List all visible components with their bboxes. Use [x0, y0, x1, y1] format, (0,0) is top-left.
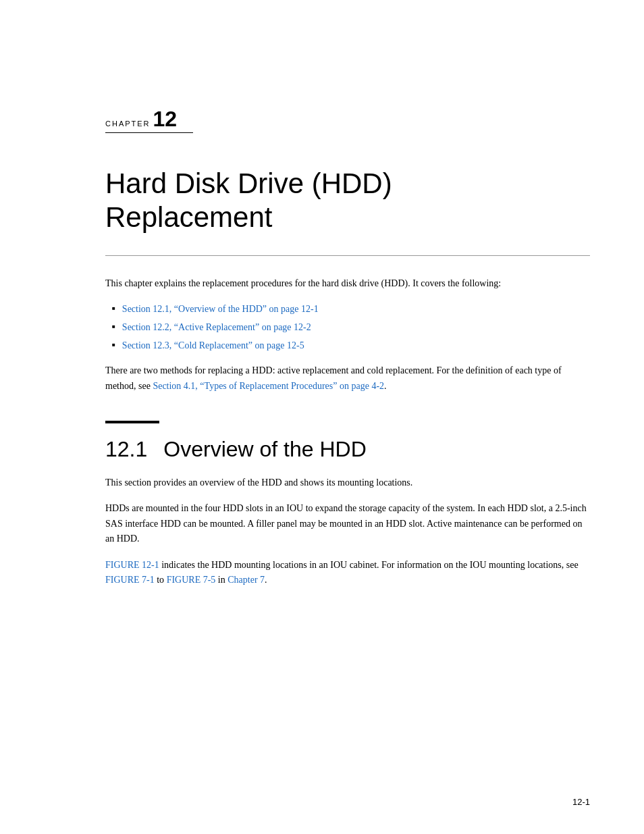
section-number: 12.1: [105, 437, 147, 462]
section-rule: [105, 421, 159, 423]
page: CHAPTER 12 Hard Disk Drive (HDD) Replace…: [0, 0, 644, 834]
section-121-para2: HDDs are mounted in the four HDD slots i…: [105, 501, 590, 546]
bullet-list: Section 12.1, “Overview of the HDD” on p…: [112, 302, 590, 353]
chapter-divider: [105, 255, 590, 256]
link-chapter-7[interactable]: Chapter 7: [227, 575, 265, 585]
link-section-122[interactable]: Section 12.2, “Active Replacement” on pa…: [122, 320, 311, 334]
list-item-3: Section 12.3, “Cold Replacement” on page…: [112, 338, 590, 353]
intro-paragraph: This chapter explains the replacement pr…: [105, 276, 590, 291]
section-121-para1: This section provides an overview of the…: [105, 475, 590, 490]
link-section-41[interactable]: Section 4.1, “Types of Replacement Proce…: [153, 381, 384, 391]
list-item-2: Section 12.2, “Active Replacement” on pa…: [112, 320, 590, 334]
chapter-title: Hard Disk Drive (HDD) Replacement: [105, 167, 590, 235]
content-area: CHAPTER 12 Hard Disk Drive (HDD) Replace…: [105, 0, 590, 588]
link-figure-7-1[interactable]: FIGURE 7-1: [105, 575, 155, 585]
section-121-para3: FIGURE 12-1 indicates the HDD mounting l…: [105, 558, 590, 588]
link-figure-12-1[interactable]: FIGURE 12-1: [105, 560, 159, 570]
page-number: 12-1: [572, 797, 590, 807]
chapter-label-container: CHAPTER 12: [105, 108, 193, 133]
link-section-121[interactable]: Section 12.1, “Overview of the HDD” on p…: [122, 302, 319, 316]
section-121-heading: 12.1 Overview of the HDD: [105, 437, 590, 462]
link-figure-7-5[interactable]: FIGURE 7-5: [167, 575, 216, 585]
link-section-123[interactable]: Section 12.3, “Cold Replacement” on page…: [122, 338, 304, 353]
methods-paragraph: There are two methods for replacing a HD…: [105, 363, 590, 394]
section-title: Overview of the HDD: [163, 437, 367, 462]
list-item-1: Section 12.1, “Overview of the HDD” on p…: [112, 302, 590, 316]
chapter-word: CHAPTER: [105, 120, 151, 128]
chapter-number: 12: [153, 108, 178, 130]
chapter-title-text: Hard Disk Drive (HDD) Replacement: [105, 167, 590, 235]
